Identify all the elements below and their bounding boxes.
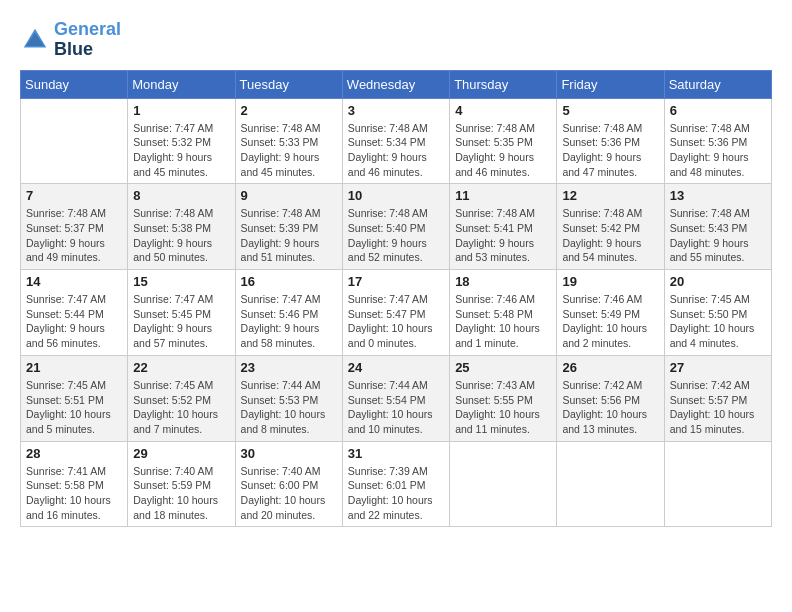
week-row-1: 1Sunrise: 7:47 AM Sunset: 5:32 PM Daylig… xyxy=(21,98,772,184)
day-info: Sunrise: 7:47 AM Sunset: 5:32 PM Dayligh… xyxy=(133,121,229,180)
calendar-cell: 18Sunrise: 7:46 AM Sunset: 5:48 PM Dayli… xyxy=(450,270,557,356)
logo-text: General Blue xyxy=(54,20,121,60)
calendar-cell: 11Sunrise: 7:48 AM Sunset: 5:41 PM Dayli… xyxy=(450,184,557,270)
day-info: Sunrise: 7:40 AM Sunset: 5:59 PM Dayligh… xyxy=(133,464,229,523)
day-number: 25 xyxy=(455,360,551,375)
day-number: 17 xyxy=(348,274,444,289)
day-info: Sunrise: 7:45 AM Sunset: 5:50 PM Dayligh… xyxy=(670,292,766,351)
day-number: 21 xyxy=(26,360,122,375)
day-number: 10 xyxy=(348,188,444,203)
day-number: 31 xyxy=(348,446,444,461)
weekday-header-saturday: Saturday xyxy=(664,70,771,98)
day-number: 15 xyxy=(133,274,229,289)
calendar-cell: 31Sunrise: 7:39 AM Sunset: 6:01 PM Dayli… xyxy=(342,441,449,527)
calendar-cell: 14Sunrise: 7:47 AM Sunset: 5:44 PM Dayli… xyxy=(21,270,128,356)
calendar-cell xyxy=(557,441,664,527)
day-info: Sunrise: 7:48 AM Sunset: 5:36 PM Dayligh… xyxy=(562,121,658,180)
calendar-cell: 7Sunrise: 7:48 AM Sunset: 5:37 PM Daylig… xyxy=(21,184,128,270)
calendar-cell: 13Sunrise: 7:48 AM Sunset: 5:43 PM Dayli… xyxy=(664,184,771,270)
day-number: 14 xyxy=(26,274,122,289)
logo-icon xyxy=(20,25,50,55)
day-number: 29 xyxy=(133,446,229,461)
day-number: 13 xyxy=(670,188,766,203)
day-info: Sunrise: 7:47 AM Sunset: 5:44 PM Dayligh… xyxy=(26,292,122,351)
day-info: Sunrise: 7:44 AM Sunset: 5:54 PM Dayligh… xyxy=(348,378,444,437)
day-number: 18 xyxy=(455,274,551,289)
day-number: 26 xyxy=(562,360,658,375)
day-info: Sunrise: 7:48 AM Sunset: 5:33 PM Dayligh… xyxy=(241,121,337,180)
weekday-header-row: SundayMondayTuesdayWednesdayThursdayFrid… xyxy=(21,70,772,98)
calendar-cell: 1Sunrise: 7:47 AM Sunset: 5:32 PM Daylig… xyxy=(128,98,235,184)
day-number: 20 xyxy=(670,274,766,289)
day-info: Sunrise: 7:46 AM Sunset: 5:48 PM Dayligh… xyxy=(455,292,551,351)
weekday-header-tuesday: Tuesday xyxy=(235,70,342,98)
calendar-cell: 23Sunrise: 7:44 AM Sunset: 5:53 PM Dayli… xyxy=(235,355,342,441)
calendar-cell: 25Sunrise: 7:43 AM Sunset: 5:55 PM Dayli… xyxy=(450,355,557,441)
week-row-4: 21Sunrise: 7:45 AM Sunset: 5:51 PM Dayli… xyxy=(21,355,772,441)
calendar-cell: 9Sunrise: 7:48 AM Sunset: 5:39 PM Daylig… xyxy=(235,184,342,270)
calendar-cell: 6Sunrise: 7:48 AM Sunset: 5:36 PM Daylig… xyxy=(664,98,771,184)
calendar-cell: 10Sunrise: 7:48 AM Sunset: 5:40 PM Dayli… xyxy=(342,184,449,270)
day-number: 6 xyxy=(670,103,766,118)
weekday-header-wednesday: Wednesday xyxy=(342,70,449,98)
calendar-cell: 15Sunrise: 7:47 AM Sunset: 5:45 PM Dayli… xyxy=(128,270,235,356)
day-info: Sunrise: 7:45 AM Sunset: 5:51 PM Dayligh… xyxy=(26,378,122,437)
day-info: Sunrise: 7:42 AM Sunset: 5:56 PM Dayligh… xyxy=(562,378,658,437)
calendar-table: SundayMondayTuesdayWednesdayThursdayFrid… xyxy=(20,70,772,528)
day-number: 5 xyxy=(562,103,658,118)
calendar-cell: 4Sunrise: 7:48 AM Sunset: 5:35 PM Daylig… xyxy=(450,98,557,184)
day-info: Sunrise: 7:48 AM Sunset: 5:37 PM Dayligh… xyxy=(26,206,122,265)
weekday-header-sunday: Sunday xyxy=(21,70,128,98)
day-number: 24 xyxy=(348,360,444,375)
day-number: 30 xyxy=(241,446,337,461)
calendar-cell: 26Sunrise: 7:42 AM Sunset: 5:56 PM Dayli… xyxy=(557,355,664,441)
weekday-header-thursday: Thursday xyxy=(450,70,557,98)
calendar-cell: 29Sunrise: 7:40 AM Sunset: 5:59 PM Dayli… xyxy=(128,441,235,527)
day-info: Sunrise: 7:48 AM Sunset: 5:36 PM Dayligh… xyxy=(670,121,766,180)
calendar-cell xyxy=(21,98,128,184)
day-info: Sunrise: 7:46 AM Sunset: 5:49 PM Dayligh… xyxy=(562,292,658,351)
day-number: 16 xyxy=(241,274,337,289)
day-info: Sunrise: 7:48 AM Sunset: 5:43 PM Dayligh… xyxy=(670,206,766,265)
calendar-cell: 20Sunrise: 7:45 AM Sunset: 5:50 PM Dayli… xyxy=(664,270,771,356)
day-number: 11 xyxy=(455,188,551,203)
day-info: Sunrise: 7:42 AM Sunset: 5:57 PM Dayligh… xyxy=(670,378,766,437)
day-info: Sunrise: 7:47 AM Sunset: 5:47 PM Dayligh… xyxy=(348,292,444,351)
weekday-header-friday: Friday xyxy=(557,70,664,98)
week-row-2: 7Sunrise: 7:48 AM Sunset: 5:37 PM Daylig… xyxy=(21,184,772,270)
day-info: Sunrise: 7:39 AM Sunset: 6:01 PM Dayligh… xyxy=(348,464,444,523)
calendar-cell xyxy=(664,441,771,527)
day-number: 1 xyxy=(133,103,229,118)
week-row-5: 28Sunrise: 7:41 AM Sunset: 5:58 PM Dayli… xyxy=(21,441,772,527)
week-row-3: 14Sunrise: 7:47 AM Sunset: 5:44 PM Dayli… xyxy=(21,270,772,356)
day-number: 7 xyxy=(26,188,122,203)
calendar-cell: 3Sunrise: 7:48 AM Sunset: 5:34 PM Daylig… xyxy=(342,98,449,184)
day-number: 23 xyxy=(241,360,337,375)
calendar-cell: 5Sunrise: 7:48 AM Sunset: 5:36 PM Daylig… xyxy=(557,98,664,184)
calendar-cell xyxy=(450,441,557,527)
calendar-cell: 19Sunrise: 7:46 AM Sunset: 5:49 PM Dayli… xyxy=(557,270,664,356)
calendar-cell: 30Sunrise: 7:40 AM Sunset: 6:00 PM Dayli… xyxy=(235,441,342,527)
day-number: 3 xyxy=(348,103,444,118)
calendar-cell: 21Sunrise: 7:45 AM Sunset: 5:51 PM Dayli… xyxy=(21,355,128,441)
calendar-cell: 24Sunrise: 7:44 AM Sunset: 5:54 PM Dayli… xyxy=(342,355,449,441)
day-number: 9 xyxy=(241,188,337,203)
day-number: 22 xyxy=(133,360,229,375)
calendar-cell: 28Sunrise: 7:41 AM Sunset: 5:58 PM Dayli… xyxy=(21,441,128,527)
calendar-cell: 27Sunrise: 7:42 AM Sunset: 5:57 PM Dayli… xyxy=(664,355,771,441)
day-info: Sunrise: 7:45 AM Sunset: 5:52 PM Dayligh… xyxy=(133,378,229,437)
day-info: Sunrise: 7:48 AM Sunset: 5:41 PM Dayligh… xyxy=(455,206,551,265)
logo: General Blue xyxy=(20,20,121,60)
calendar-cell: 17Sunrise: 7:47 AM Sunset: 5:47 PM Dayli… xyxy=(342,270,449,356)
day-info: Sunrise: 7:44 AM Sunset: 5:53 PM Dayligh… xyxy=(241,378,337,437)
day-number: 8 xyxy=(133,188,229,203)
day-info: Sunrise: 7:43 AM Sunset: 5:55 PM Dayligh… xyxy=(455,378,551,437)
day-number: 28 xyxy=(26,446,122,461)
day-info: Sunrise: 7:48 AM Sunset: 5:40 PM Dayligh… xyxy=(348,206,444,265)
weekday-header-monday: Monday xyxy=(128,70,235,98)
calendar-cell: 2Sunrise: 7:48 AM Sunset: 5:33 PM Daylig… xyxy=(235,98,342,184)
day-info: Sunrise: 7:47 AM Sunset: 5:45 PM Dayligh… xyxy=(133,292,229,351)
day-info: Sunrise: 7:47 AM Sunset: 5:46 PM Dayligh… xyxy=(241,292,337,351)
calendar-cell: 8Sunrise: 7:48 AM Sunset: 5:38 PM Daylig… xyxy=(128,184,235,270)
day-number: 2 xyxy=(241,103,337,118)
